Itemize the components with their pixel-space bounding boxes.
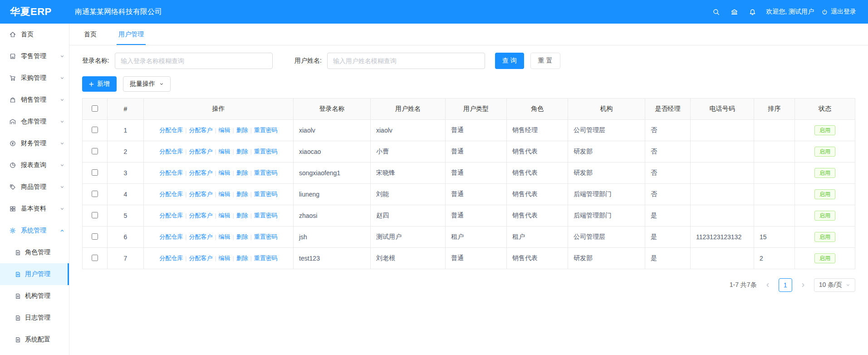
action-link-1[interactable]: 分配客户	[189, 233, 212, 240]
search-button[interactable]: 查 询	[495, 53, 524, 69]
row-index-cell: 6	[108, 227, 144, 248]
action-separator: |	[250, 234, 252, 240]
sidebar-item-reports[interactable]: 报表查询	[0, 154, 69, 176]
sidebar-item-log-management[interactable]: 日志管理	[0, 307, 69, 329]
action-link-4[interactable]: 重置密码	[254, 191, 278, 197]
select-all-cell	[83, 99, 108, 120]
row-checkbox-cell	[83, 141, 108, 163]
table-row: 2 分配仓库|分配客户|编辑|删除|重置密码 xiaocao 小曹 普通 销售代…	[83, 141, 855, 163]
action-link-3[interactable]: 删除	[236, 212, 248, 219]
sidebar-item-label: 机构管理	[25, 292, 69, 300]
page-size-value: 10 条/页	[819, 281, 842, 289]
action-link-3[interactable]: 删除	[236, 191, 248, 197]
row-checkbox[interactable]	[92, 212, 98, 218]
action-link-0[interactable]: 分配仓库	[159, 148, 183, 155]
sidebar-item-sales[interactable]: 销售管理	[0, 89, 69, 111]
action-link-1[interactable]: 分配客户	[189, 212, 212, 219]
building-icon[interactable]	[725, 8, 743, 16]
row-checkbox[interactable]	[92, 255, 98, 261]
action-link-4[interactable]: 重置密码	[254, 169, 278, 176]
bell-icon[interactable]	[743, 8, 761, 16]
sidebar-item-label: 销售管理	[21, 96, 60, 104]
sidebar-item-system-config[interactable]: 系统配置	[0, 329, 69, 350]
row-checkbox[interactable]	[92, 169, 98, 176]
status-badge: 启用	[814, 211, 835, 221]
sidebar-item-retail[interactable]: 零售管理	[0, 45, 69, 67]
row-checkbox[interactable]	[92, 127, 98, 133]
sidebar-item-system[interactable]: 系统管理	[0, 220, 69, 242]
action-link-3[interactable]: 删除	[236, 148, 248, 155]
sidebar-item-user-management[interactable]: 用户管理	[0, 263, 69, 285]
action-link-4[interactable]: 重置密码	[254, 255, 278, 261]
action-link-2[interactable]: 编辑	[219, 169, 230, 176]
action-link-4[interactable]: 重置密码	[254, 148, 278, 155]
table-header-row: # 操作 登录名称 用户姓名 用户类型 角色 机构 是否经理 电话号码 排序 状…	[83, 99, 855, 120]
row-checkbox-cell	[83, 227, 108, 248]
login-name-input[interactable]	[115, 53, 273, 69]
sidebar-item-label: 系统管理	[21, 227, 60, 235]
phone-cell: 1123123123132	[691, 227, 754, 248]
sidebar-item-purchase[interactable]: 采购管理	[0, 67, 69, 89]
action-link-4[interactable]: 重置密码	[254, 212, 278, 219]
add-button[interactable]: 新增	[82, 76, 117, 92]
action-link-1[interactable]: 分配客户	[189, 127, 212, 133]
status-cell: 启用	[795, 205, 855, 227]
action-link-1[interactable]: 分配客户	[189, 169, 212, 176]
action-link-2[interactable]: 编辑	[219, 233, 230, 240]
warehouse-icon	[9, 118, 16, 125]
tab-home[interactable]: 首页	[82, 24, 98, 45]
tag-icon	[9, 183, 16, 191]
action-link-3[interactable]: 删除	[236, 233, 248, 240]
action-link-3[interactable]: 删除	[236, 169, 248, 176]
reset-button[interactable]: 重 置	[530, 53, 560, 69]
action-link-3[interactable]: 删除	[236, 127, 248, 133]
action-link-1[interactable]: 分配客户	[189, 255, 212, 261]
user-name-input[interactable]	[327, 53, 485, 69]
page-size-select[interactable]: 10 条/页	[814, 278, 855, 292]
sidebar-item-basic-data[interactable]: 基本资料	[0, 198, 69, 220]
sidebar-item-finance[interactable]: 财务管理	[0, 133, 69, 154]
table-row: 4 分配仓库|分配客户|编辑|删除|重置密码 liuneng 刘能 普通 销售代…	[83, 184, 855, 205]
select-all-checkbox[interactable]	[92, 105, 98, 112]
batch-actions-button[interactable]: 批量操作	[123, 76, 171, 92]
action-link-2[interactable]: 编辑	[219, 191, 230, 197]
action-separator: |	[233, 255, 234, 261]
action-link-2[interactable]: 编辑	[219, 212, 230, 219]
action-link-2[interactable]: 编辑	[219, 255, 230, 261]
page-number-button[interactable]: 1	[779, 278, 792, 292]
table-body: 1 分配仓库|分配客户|编辑|删除|重置密码 xiaolv xiaolv 普通 …	[83, 120, 855, 269]
action-separator: |	[215, 170, 216, 176]
action-link-4[interactable]: 重置密码	[254, 127, 278, 133]
prev-page-button[interactable]	[761, 279, 774, 291]
add-button-label: 新增	[97, 80, 110, 88]
sidebar-item-org-management[interactable]: 机构管理	[0, 285, 69, 307]
action-link-0[interactable]: 分配仓库	[159, 169, 183, 176]
action-link-0[interactable]: 分配仓库	[159, 212, 183, 219]
role-cell: 销售代表	[507, 205, 568, 227]
action-separator: |	[233, 170, 234, 176]
role-cell: 销售代表	[507, 163, 568, 184]
tab-user-management[interactable]: 用户管理	[117, 24, 146, 45]
next-page-button[interactable]	[797, 279, 809, 291]
row-checkbox[interactable]	[92, 191, 98, 197]
action-link-4[interactable]: 重置密码	[254, 233, 278, 240]
action-link-3[interactable]: 删除	[236, 255, 248, 261]
action-link-2[interactable]: 编辑	[219, 127, 230, 133]
logout-button[interactable]: 退出登录	[821, 8, 856, 16]
action-link-1[interactable]: 分配客户	[189, 191, 212, 197]
action-link-2[interactable]: 编辑	[219, 148, 230, 155]
row-index-cell: 1	[108, 120, 144, 141]
sidebar-item-warehouse[interactable]: 仓库管理	[0, 111, 69, 133]
sidebar-item-role-management[interactable]: 角色管理	[0, 242, 69, 263]
action-link-0[interactable]: 分配仓库	[159, 127, 183, 133]
search-icon[interactable]	[707, 8, 725, 16]
sidebar-item-goods[interactable]: 商品管理	[0, 176, 69, 198]
row-checkbox[interactable]	[92, 148, 98, 154]
action-link-0[interactable]: 分配仓库	[159, 255, 183, 261]
action-link-1[interactable]: 分配客户	[189, 148, 212, 155]
action-separator: |	[185, 255, 186, 261]
action-link-0[interactable]: 分配仓库	[159, 191, 183, 197]
action-link-0[interactable]: 分配仓库	[159, 233, 183, 240]
sidebar-item-home[interactable]: 首页	[0, 24, 69, 45]
row-checkbox[interactable]	[92, 233, 98, 240]
